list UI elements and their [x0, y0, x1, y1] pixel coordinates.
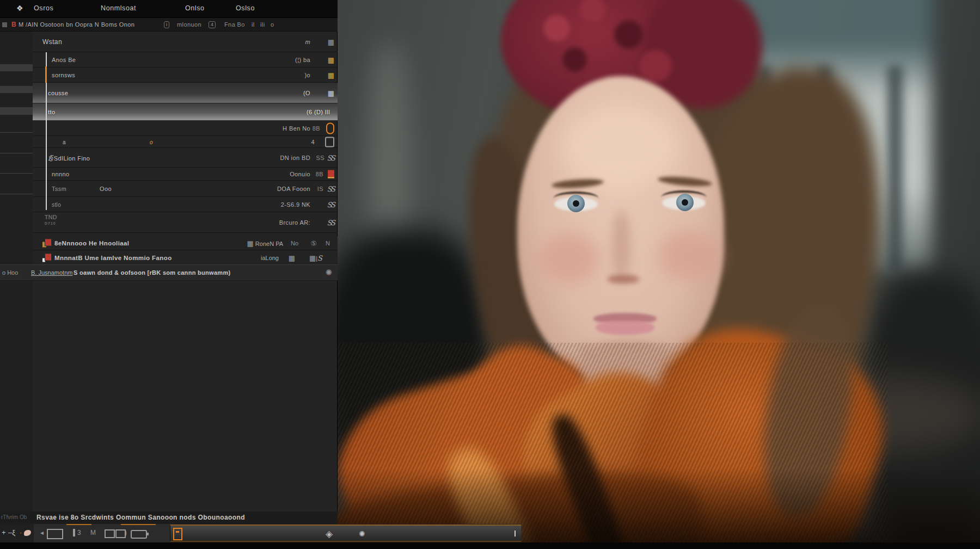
setting-row[interactable]: ſ§ SdILion Fino DN ion BD SS SS — [33, 148, 338, 168]
ornate-ss-icon[interactable]: SS — [327, 200, 334, 208]
grid-icon[interactable]: ▦ — [328, 38, 334, 45]
lut-frame-icon[interactable] — [173, 528, 182, 540]
setting-row[interactable]: Anos Be (¦) ba ▦ — [33, 52, 338, 67]
alert-right-text: ▦ RoneN PA — [247, 239, 283, 246]
grid-glyph: ▦ — [309, 254, 316, 261]
setting-row[interactable]: a o 4 — [33, 136, 338, 148]
row-value: 2-S6.9 NK — [281, 201, 310, 208]
alert-row[interactable]: 8eNnnooo He Hnooliaal ▦ RoneN PA No ⑤ N — [33, 236, 338, 250]
setting-row[interactable]: stlo 2-S6.9 NK SS — [33, 197, 338, 212]
right-glyph-2[interactable]: ili — [260, 21, 265, 28]
grid-glyph: ▦ — [289, 254, 295, 261]
battery-icon — [131, 530, 147, 539]
menu-item-2[interactable]: Nonmlsoat — [101, 4, 136, 12]
row-badge: 8B — [313, 125, 320, 132]
menu-bar: ❖ Osros Nonmlsoat Onlso Oslso — [0, 0, 338, 17]
setting-row[interactable]: H Ben No 8B — [33, 121, 338, 136]
grid-icon[interactable]: ▦ — [328, 89, 334, 96]
row-value: Brcuro AR: — [279, 219, 310, 226]
crosshair-tool-icon[interactable]: + — [2, 528, 6, 536]
window-mullion — [887, 65, 903, 272]
row-tick-a: a — [63, 139, 66, 145]
lens-swirl-icon[interactable]: ✺ — [359, 529, 365, 538]
toolbar-mid-label[interactable]: mlonuon — [177, 21, 201, 28]
bar-icon[interactable] — [73, 529, 75, 536]
setting-row[interactable]: sornsws )o ▦ — [33, 67, 338, 83]
pointer-icon[interactable]: ◂ — [40, 529, 44, 536]
menu-item-4[interactable]: Oslso — [236, 4, 255, 12]
right-glyph-3[interactable]: o — [271, 21, 274, 28]
lashline-right — [661, 190, 707, 205]
ornate-ss-icon[interactable]: SS — [327, 153, 334, 162]
row-label: sornsws — [52, 72, 75, 78]
alert-right-a: RoneN PA — [255, 240, 283, 246]
row-label: stlo — [52, 201, 61, 207]
ornate-ss-icon[interactable]: SS — [327, 218, 334, 226]
row-label: Anos Be — [52, 57, 76, 63]
info-badge-glyph: i — [164, 21, 169, 28]
alert-right-c: N — [326, 240, 330, 246]
swatch-orange-icon[interactable]: ▦ — [328, 56, 334, 63]
alert-row[interactable]: MnnnatB Ume lamIve Nommio Fanoo iaLong ▦… — [33, 250, 338, 266]
header-right-glyph: m — [305, 39, 310, 45]
lead-glyph-icon: ſ§ — [48, 153, 52, 162]
gutter-line — [0, 173, 33, 174]
mask-blob-tool-icon[interactable] — [24, 530, 31, 536]
watermark-stamp: TNDD710 — [45, 214, 57, 226]
setting-row[interactable]: TNDD710 Brcuro AR: SS — [33, 212, 338, 233]
left-settings-panel: Wstan m ▦ Anos Be (¦) ba ▦ sornsws )o ▦ … — [0, 32, 338, 511]
circled-number-icon[interactable]: ⑤ — [310, 239, 317, 247]
window-icon[interactable] — [105, 529, 115, 538]
row-label: SdILion Fino — [54, 155, 90, 161]
mid-badge[interactable]: 4 — [206, 21, 216, 28]
app-logo-gem-icon: ❖ — [16, 4, 23, 13]
orange-pill-icon[interactable] — [326, 122, 334, 134]
keyframe-diamond-icon[interactable]: ◈ — [326, 528, 333, 540]
gutter-line — [0, 153, 33, 153]
row-value: H Ben No — [283, 125, 310, 132]
swatch-yellow-icon[interactable]: ▦ — [328, 71, 334, 78]
row-label: nnnno — [52, 171, 70, 177]
gutter-stub — [0, 107, 33, 115]
toolbar-path-text: M /AIN Osotoon bn Oopra N Boms Onon — [19, 21, 134, 28]
alert-label: MnnnatB Ume lamIve Nommio Fanoo — [54, 255, 172, 261]
setting-row-active[interactable]: tto (6 (D) Ill — [33, 103, 338, 121]
ss-glyph: S — [317, 254, 321, 262]
square-swatch-icon[interactable] — [2, 22, 7, 27]
alert-red-icon — [42, 254, 51, 262]
canvas-rect-icon[interactable] — [47, 529, 63, 539]
timeline-box[interactable]: ◈ ✺ — [170, 525, 521, 542]
pen-tool-icon[interactable]: –ξ — [8, 528, 15, 536]
bottom-toolbar: + –ξ · ◂ 3 M ) ◈ ✺ — [0, 524, 521, 542]
menu-item-3[interactable]: Onlso — [185, 4, 205, 12]
secondary-toolbar: B M /AIN Osotoon bn Oopra N Boms Onon i … — [0, 17, 338, 32]
ornate-ss-icon[interactable]: SS — [327, 184, 334, 193]
right-glyph-1[interactable]: il — [252, 21, 255, 28]
red-clip-icon[interactable] — [328, 170, 334, 178]
info-badge[interactable]: i — [161, 21, 169, 28]
status-link[interactable]: B. Jusnamotnm — [31, 269, 72, 276]
m-label[interactable]: M — [90, 529, 96, 536]
lower-lip — [596, 321, 654, 335]
grid-icon[interactable]: ▦ — [289, 254, 295, 261]
row-value: (O — [303, 90, 310, 96]
grid-slash-icon[interactable]: ▦|S — [309, 254, 321, 262]
setting-row[interactable]: nnnno Oonuio 8B — [33, 168, 338, 181]
row-label: Tssm — [52, 186, 66, 192]
row-tick-b: o — [150, 139, 153, 145]
menu-item-1[interactable]: Osros — [34, 4, 53, 12]
toolbar-right-label[interactable]: Fna Bo — [224, 21, 245, 28]
footer-message: Rsvae ise 8o Srcdwints Oommun Sanooon no… — [36, 514, 245, 521]
letterbox-strip — [0, 542, 980, 549]
playhead-tick[interactable] — [514, 531, 516, 536]
alert-right-a: iaLong — [261, 255, 279, 261]
row-badge: IS — [317, 186, 323, 192]
record-b-icon[interactable]: B — [11, 21, 16, 28]
grey-pill-icon[interactable] — [325, 137, 334, 147]
setting-row-selected[interactable]: cousse (O ▦ — [33, 83, 338, 103]
gutter-stub — [0, 86, 33, 93]
three-label[interactable]: 3 — [77, 529, 81, 536]
setting-row[interactable]: Tssm Ooo DOA Fooon IS SS — [33, 181, 338, 197]
row-label: cousse — [48, 90, 68, 96]
sync-swirl-icon[interactable]: ✺ — [325, 268, 332, 277]
